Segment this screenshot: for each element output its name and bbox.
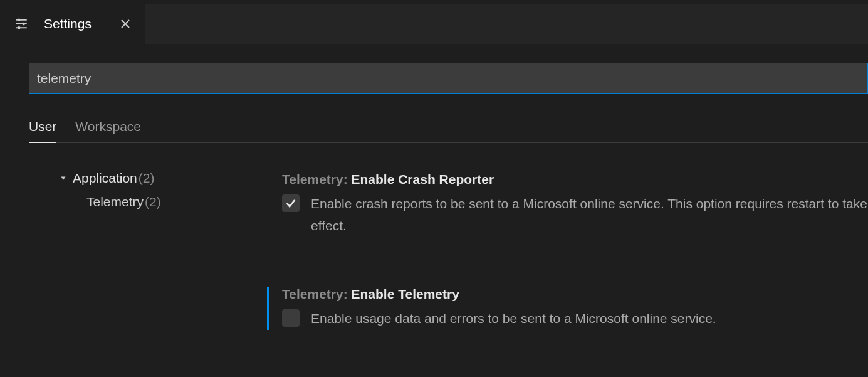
checkbox-enable-crash-reporter[interactable] bbox=[282, 194, 300, 212]
close-icon[interactable] bbox=[120, 19, 130, 29]
scope-tab-user[interactable]: User bbox=[29, 119, 56, 143]
scope-tab-workspace[interactable]: Workspace bbox=[75, 119, 141, 142]
toc-telemetry-count: (2) bbox=[145, 194, 161, 210]
setting-title: Telemetry: Enable Telemetry bbox=[282, 287, 868, 302]
toc-application-label: Application bbox=[73, 171, 137, 186]
setting-body: Enable crash reports to be sent to a Mic… bbox=[282, 193, 868, 236]
tab-bar: Settings bbox=[0, 4, 868, 44]
toc-application[interactable]: Application (2) bbox=[29, 167, 267, 189]
toc-telemetry-label: Telemetry bbox=[86, 194, 144, 210]
search-box[interactable] bbox=[29, 63, 868, 94]
svg-point-0 bbox=[18, 19, 21, 22]
setting-prefix: Telemetry: bbox=[282, 172, 352, 186]
settings-list: Telemetry: Enable Crash Reporter Enable … bbox=[267, 162, 868, 377]
settings-content: User Workspace Application (2) Telemetry… bbox=[0, 44, 868, 377]
setting-description: Enable usage data and errors to be sent … bbox=[311, 308, 716, 330]
setting-body: Enable usage data and errors to be sent … bbox=[282, 308, 868, 330]
setting-name: Enable Telemetry bbox=[352, 287, 459, 301]
main-area: Application (2) Telemetry (2) Telemetry:… bbox=[29, 162, 868, 377]
settings-icon bbox=[15, 18, 28, 30]
setting-enable-crash-reporter: Telemetry: Enable Crash Reporter Enable … bbox=[267, 172, 868, 236]
toc-application-count: (2) bbox=[139, 171, 155, 186]
search-input[interactable] bbox=[37, 71, 860, 86]
setting-prefix: Telemetry: bbox=[282, 287, 352, 301]
scope-tabs: User Workspace bbox=[29, 119, 868, 143]
checkbox-enable-telemetry[interactable] bbox=[282, 309, 300, 327]
tab-label: Settings bbox=[44, 16, 92, 31]
setting-title: Telemetry: Enable Crash Reporter bbox=[282, 172, 868, 187]
svg-point-2 bbox=[18, 26, 21, 29]
setting-enable-telemetry: Telemetry: Enable Telemetry Enable usage… bbox=[267, 287, 868, 330]
tab-settings[interactable]: Settings bbox=[0, 4, 145, 44]
setting-name: Enable Crash Reporter bbox=[352, 172, 494, 186]
svg-point-1 bbox=[23, 23, 26, 26]
setting-description: Enable crash reports to be sent to a Mic… bbox=[311, 193, 868, 236]
toc: Application (2) Telemetry (2) bbox=[29, 162, 267, 377]
toc-telemetry[interactable]: Telemetry (2) bbox=[29, 189, 267, 213]
chevron-down-icon bbox=[59, 171, 68, 186]
